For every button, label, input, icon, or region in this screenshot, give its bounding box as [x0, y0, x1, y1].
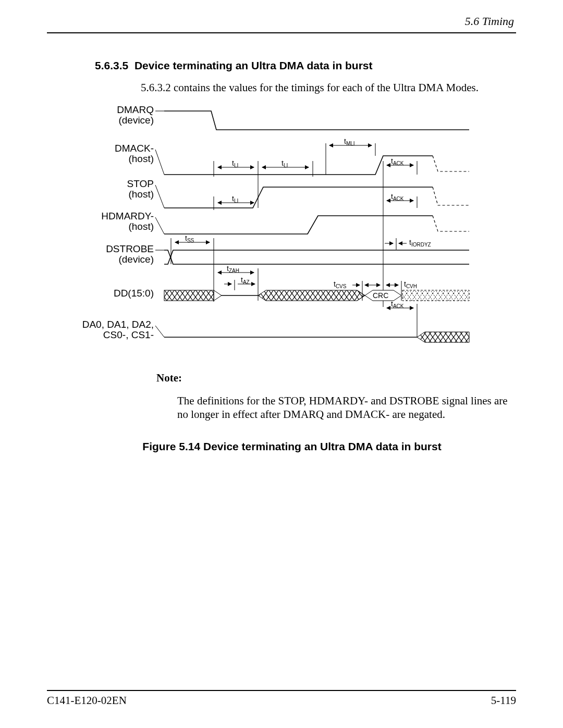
t-ack-2: tACK [391, 192, 404, 202]
t-cvs: tCVS [334, 280, 347, 289]
t-ack-1: tACK [391, 157, 404, 166]
svg-rect-37 [164, 290, 214, 301]
t-ss: tSS [185, 234, 194, 243]
section-heading: 5.6.3.5 Device terminating an Ultra DMA … [95, 59, 516, 72]
label-dd: DD(15:0) [114, 288, 154, 299]
label-hdmardy-src: (host) [128, 221, 154, 232]
t-iordyz: tIORDYZ [409, 238, 431, 248]
label-dstrobe-src: (device) [118, 254, 154, 265]
t-cvh: tCVH [404, 280, 417, 289]
svg-rect-39 [402, 290, 469, 301]
section-title: Device terminating an Ultra DMA data in … [134, 59, 373, 71]
label-dacs2: CS0-, CS1- [103, 329, 154, 340]
t-mli: tMLI [344, 137, 355, 146]
footer-rule [47, 690, 516, 691]
label-stop: STOP [127, 178, 154, 189]
header-rule [47, 32, 516, 33]
t-li-1: tLI [232, 159, 238, 168]
label-hdmardy: HDMARDY- [101, 211, 154, 221]
svg-line-1 [155, 150, 164, 175]
t-ack-3: tACK [391, 300, 404, 309]
note-body: The definitions for the STOP, HDMARDY- a… [177, 394, 511, 422]
note-label: Note: [156, 372, 516, 385]
t-li-2: tLI [282, 159, 288, 168]
label-dmack-src: (host) [128, 153, 154, 164]
label-dmarq-src: (device) [118, 115, 154, 126]
t-li-3: tLI [232, 194, 238, 204]
svg-line-5 [155, 326, 164, 337]
crc-label: CRC [373, 291, 388, 300]
t-zah: tZAH [227, 264, 239, 274]
page-footer: C141-E120-02EN 5-119 [47, 690, 516, 707]
t-az: tAZ [241, 276, 250, 285]
label-dstrobe: DSTROBE [106, 243, 154, 254]
label-dmarq: DMARQ [117, 104, 154, 115]
svg-line-2 [155, 185, 164, 208]
footer-page-number: 5-119 [491, 694, 516, 707]
section-intro: 5.6.3.2 contains the values for the timi… [141, 81, 516, 94]
svg-line-3 [155, 217, 164, 234]
timing-diagram: DMARQ (device) DMACK- (host) STOP (host)… [73, 104, 516, 351]
footer-doc-id: C141-E120-02EN [47, 694, 127, 707]
label-dmack: DMACK- [115, 143, 154, 154]
figure-caption: Figure 5.14 Device terminating an Ultra … [68, 440, 516, 453]
label-stop-src: (host) [128, 189, 154, 200]
header-section-label: 5.6 Timing [47, 15, 516, 28]
section-number: 5.6.3.5 [95, 59, 128, 71]
label-dacs1: DA0, DA1, DA2, [82, 319, 154, 330]
